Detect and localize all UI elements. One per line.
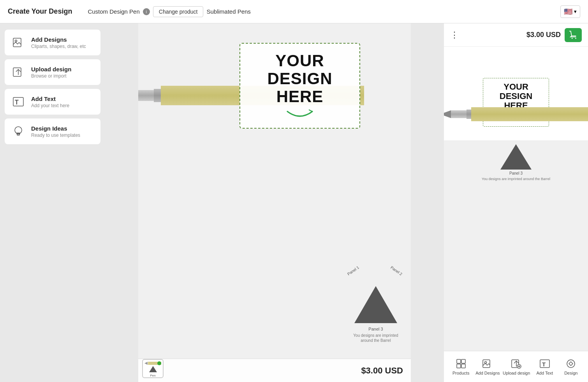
design-placeholder: YOUR DESIGN HERE	[267, 52, 332, 106]
bottom-nav-upload-label: Upload design	[503, 371, 530, 375]
sidebar-item-add-designs-label: Add Designs	[31, 36, 86, 43]
pen-metal-tip	[138, 90, 154, 101]
info-icon[interactable]: i	[143, 8, 150, 15]
add-to-cart-button[interactable]	[565, 28, 582, 42]
right-pen-preview: YOUR DESIGN HERE	[444, 47, 588, 140]
right-panel: ⋮ $3.00 USD YO	[444, 23, 588, 382]
chevron-down-icon: ▾	[574, 9, 577, 14]
right-panel-3-label: Panel 3	[509, 171, 523, 175]
change-product-button[interactable]: Change product	[153, 6, 204, 17]
flag-icon: 🇺🇸	[564, 7, 572, 16]
svg-rect-12	[461, 359, 465, 363]
svg-point-24	[567, 360, 575, 368]
right-panel-top-bar: ⋮ $3.00 USD	[444, 23, 588, 47]
sidebar-item-design-ideas[interactable]: Design Ideas Ready to use templates	[5, 118, 100, 144]
right-pen-body-row	[444, 107, 588, 121]
canvas-price: $3.00 USD	[361, 366, 403, 376]
panel-1-label: Panel 1	[347, 265, 360, 276]
bottom-nav-item-design[interactable]: Design	[559, 358, 583, 375]
canvas-inner: YOUR DESIGN HERE Panel 1 Panel 2	[138, 23, 411, 382]
cart-icon	[569, 31, 577, 39]
sidebar-item-add-designs-sublabel: Cliparts, shapes, draw, etc	[31, 44, 86, 49]
bottom-nav-design-label: Design	[564, 371, 577, 375]
svg-rect-14	[461, 364, 465, 368]
right-triangle-section: Panel 3 You designs are imprinted around…	[444, 140, 588, 189]
language-selector[interactable]: 🇺🇸 ▾	[560, 5, 580, 18]
svg-point-1	[15, 40, 17, 42]
header-center: Custom Design Pen i Change product Subli…	[88, 6, 560, 17]
triangle-shape: Panel 1 Panel 2	[354, 286, 397, 323]
bottom-upload-icon	[511, 358, 522, 369]
panel-2-label: Panel 2	[390, 265, 403, 276]
svg-rect-13	[457, 364, 461, 368]
sidebar-item-ideas-sublabel: Ready to use templates	[31, 133, 80, 138]
pen-clip-band	[154, 89, 161, 102]
sidebar-item-add-designs[interactable]: Add Designs Cliparts, shapes, draw, etc	[5, 30, 100, 55]
thumb-pen-tip	[144, 362, 148, 365]
sidebar-item-upload-sublabel: Browse or import	[31, 73, 71, 79]
right-preview-area: YOUR DESIGN HERE	[444, 47, 588, 351]
thumbnail-strip: Pen	[142, 359, 164, 378]
bottom-nav-item-add-text[interactable]: T Add Text	[533, 358, 556, 375]
sidebar-item-text-sublabel: Add your text here	[31, 103, 69, 108]
design-zone[interactable]: YOUR DESIGN HERE	[239, 43, 360, 129]
product-name: Custom Design Pen	[88, 8, 139, 15]
sublimated-pens-link[interactable]: Sublimated Pens	[206, 8, 250, 15]
bottom-nav: Products Add Designs Upload design T Add…	[444, 351, 588, 382]
sidebar-item-upload-label: Upload design	[31, 66, 71, 73]
bottom-add-text-icon: T	[539, 358, 550, 369]
right-pen-metal	[451, 110, 467, 118]
right-panel-description: You designs are imprinted around the Bar…	[482, 177, 550, 181]
price-bar: $3.00 USD	[138, 359, 411, 382]
svg-point-10	[575, 37, 576, 39]
panel-3-label: Panel 3	[352, 327, 399, 331]
svg-text:T: T	[542, 361, 546, 368]
sidebar-item-add-text[interactable]: T Add Text Add your text here	[5, 89, 100, 115]
right-pen-tip	[444, 110, 451, 118]
bottom-nav-products-label: Products	[452, 371, 469, 375]
main-layout: Add Designs Cliparts, shapes, draw, etc …	[0, 23, 588, 382]
add-designs-icon	[11, 35, 26, 50]
svg-rect-11	[457, 359, 461, 363]
right-design-text: YOUR DESIGN HERE	[489, 82, 543, 111]
svg-point-9	[572, 37, 573, 39]
bottom-nav-add-designs-label: Add Designs	[475, 371, 500, 375]
add-text-icon: T	[11, 94, 26, 109]
app-title: Create Your Design	[8, 7, 72, 16]
bottom-nav-item-products[interactable]: Products	[449, 358, 473, 375]
bottom-nav-item-add-designs[interactable]: Add Designs	[475, 358, 500, 375]
thumb-triangle	[149, 366, 157, 372]
right-pen-clip	[467, 110, 471, 119]
bottom-design-icon	[565, 358, 576, 369]
right-pen-body	[471, 107, 588, 121]
svg-rect-0	[13, 38, 21, 47]
thumbnail-card[interactable]: Pen	[142, 359, 164, 378]
right-panel-price: $3.00 USD	[526, 31, 561, 39]
panel-diagram: Panel 1 Panel 2 Panel 3 You designs are …	[352, 286, 399, 343]
svg-rect-2	[13, 68, 21, 76]
sidebar-item-upload-design[interactable]: Upload design Browse or import	[5, 59, 100, 85]
sidebar-item-text-label: Add Text	[31, 96, 69, 102]
upload-design-icon	[11, 65, 26, 80]
thumbnail-active-dot	[157, 361, 161, 365]
bottom-nav-item-upload[interactable]: Upload design	[503, 358, 530, 375]
amazon-smile-icon	[284, 108, 315, 120]
design-ideas-icon	[11, 124, 26, 139]
sidebar: Add Designs Cliparts, shapes, draw, etc …	[0, 23, 105, 382]
svg-rect-8	[17, 134, 19, 135]
canvas-area: YOUR DESIGN HERE Panel 1 Panel 2	[105, 23, 444, 382]
thumbnail-label: Pen	[143, 374, 163, 377]
sidebar-item-ideas-label: Design Ideas	[31, 125, 80, 132]
right-triangle-shape	[500, 144, 532, 170]
panel-description: You designs are imprinted around the Bar…	[352, 333, 399, 343]
bottom-nav-add-text-label: Add Text	[536, 371, 553, 375]
bottom-add-designs-icon	[482, 358, 493, 369]
products-icon	[456, 358, 467, 369]
more-options-icon[interactable]: ⋮	[450, 30, 459, 40]
svg-text:T: T	[15, 99, 19, 106]
header: Create Your Design Custom Design Pen i C…	[0, 0, 588, 23]
